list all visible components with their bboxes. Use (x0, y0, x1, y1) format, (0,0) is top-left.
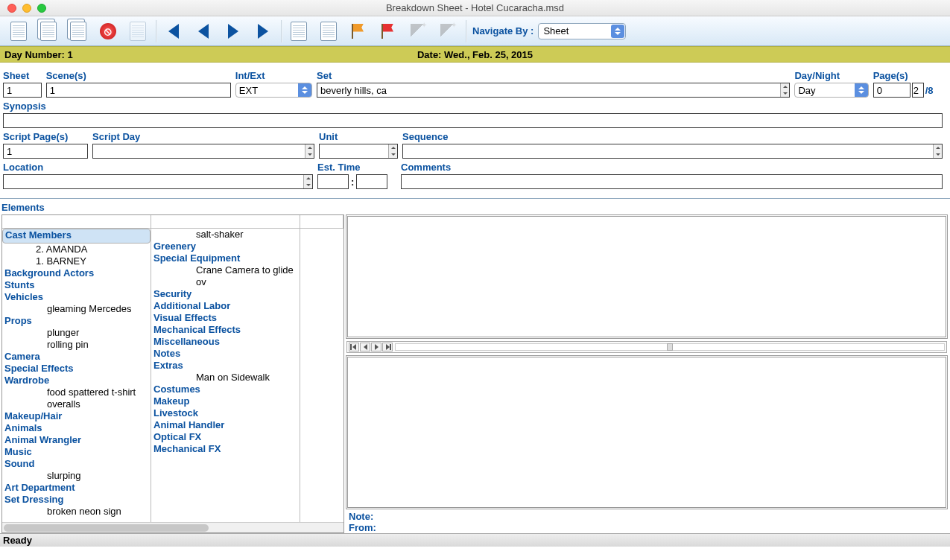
multi-sheet-button[interactable] (64, 19, 92, 44)
nav-next-button[interactable] (371, 343, 381, 351)
element-category[interactable]: Greenery (151, 241, 300, 252)
element-category[interactable]: Costumes (151, 384, 300, 395)
last-button[interactable] (249, 19, 277, 44)
set-input[interactable] (317, 83, 790, 98)
element-category[interactable]: Mechanical FX (151, 443, 300, 455)
stepper-icon[interactable] (305, 144, 314, 158)
pages-frac-input[interactable] (912, 83, 924, 98)
unit-input[interactable] (319, 144, 398, 159)
element-category[interactable]: Set Dressing (2, 494, 151, 506)
element-category[interactable]: Art Department (2, 482, 151, 494)
stepper-icon[interactable] (780, 83, 789, 97)
nav-last-button[interactable] (382, 343, 393, 351)
element-category[interactable]: Special Equipment (151, 252, 300, 264)
stepper-icon[interactable] (388, 144, 397, 158)
delete-sheet-button[interactable]: ⦸ (94, 19, 122, 44)
wand-a-button[interactable] (404, 19, 432, 44)
element-category[interactable]: Livestock (151, 407, 300, 419)
element-category[interactable]: Mechanical Effects (151, 324, 300, 336)
element-category[interactable]: Optical FX (151, 431, 300, 443)
blank-sheet-button[interactable] (124, 19, 152, 44)
stepper-icon[interactable] (303, 175, 312, 188)
daynight-select[interactable]: Day (794, 83, 868, 98)
element-category[interactable]: Miscellaneous (151, 336, 300, 348)
prev-button[interactable] (189, 19, 218, 44)
element-category[interactable]: Makeup (151, 395, 300, 407)
element-item[interactable]: plunger (2, 327, 151, 339)
element-category[interactable]: Music (2, 446, 151, 458)
synopsis-input[interactable] (3, 113, 943, 128)
element-item[interactable]: slurping (2, 470, 151, 482)
est-time-hours-input[interactable] (317, 174, 349, 189)
page-a-button[interactable] (285, 19, 313, 44)
element-category[interactable]: Vehicles (2, 291, 151, 303)
slider-handle[interactable] (667, 343, 673, 351)
lower-area: Cast Members2. AMANDA1. BARNEYBackground… (0, 214, 950, 533)
navigate-by-select[interactable]: Sheet (538, 23, 626, 39)
script-pages-input[interactable] (3, 144, 88, 159)
horizontal-scrollbar[interactable] (2, 522, 343, 532)
notes-box[interactable] (346, 355, 948, 509)
script-pages-label: Script Page(s) (3, 131, 88, 142)
location-label: Location (3, 162, 313, 173)
sheet-input[interactable] (3, 83, 42, 98)
element-item[interactable]: rolling pin (2, 339, 151, 351)
elements-table-header (2, 215, 343, 229)
elements-panel: Cast Members2. AMANDA1. BARNEYBackground… (1, 214, 344, 533)
element-item[interactable]: food spattered t-shirt (2, 386, 151, 398)
pages-input[interactable] (873, 83, 911, 98)
element-category[interactable]: Animals (2, 422, 151, 434)
nav-prev-button[interactable] (360, 343, 370, 351)
element-category[interactable]: Notes (151, 348, 300, 360)
flag-orange-button[interactable] (344, 19, 373, 44)
sequence-input[interactable] (402, 144, 943, 159)
stepper-icon[interactable] (933, 144, 942, 158)
element-category[interactable]: Props (2, 315, 151, 327)
element-item[interactable]: overalls (2, 398, 151, 410)
new-sheet-button[interactable] (4, 19, 33, 44)
element-category[interactable]: Additional Labor (151, 300, 300, 312)
element-category[interactable]: Extras (151, 360, 300, 372)
flag-red-button[interactable] (374, 19, 402, 44)
elements-table[interactable]: Cast Members2. AMANDA1. BARNEYBackground… (2, 229, 343, 533)
element-item[interactable]: 1. BARNEY (2, 255, 151, 267)
scenes-input[interactable] (46, 83, 231, 98)
element-category[interactable]: Special Effects (2, 363, 151, 375)
element-category[interactable]: Animal Handler (151, 419, 300, 431)
element-item[interactable]: 2. AMANDA (2, 244, 151, 255)
sequence-label: Sequence (402, 131, 943, 142)
element-category[interactable]: Sound (2, 458, 151, 470)
element-item[interactable]: gleaming Mercedes (2, 303, 151, 315)
est-time-mins-input[interactable] (356, 174, 387, 189)
comments-input[interactable] (401, 174, 943, 189)
duplicate-sheet-button[interactable] (34, 19, 63, 44)
comments-label: Comments (401, 162, 943, 173)
next-button[interactable] (219, 19, 247, 44)
script-day-label: Script Day (92, 131, 314, 142)
wand-b-button[interactable] (434, 19, 462, 44)
element-category[interactable]: Visual Effects (151, 312, 300, 324)
element-item[interactable]: salt-shaker (151, 229, 300, 241)
toolbar-separator (466, 20, 467, 42)
element-item[interactable]: broken neon sign (2, 506, 151, 518)
element-category[interactable]: Security (151, 288, 300, 300)
element-item[interactable]: Man on Sidewalk (151, 372, 300, 384)
element-category[interactable]: Cast Members (2, 229, 151, 244)
element-category[interactable]: Background Actors (2, 267, 151, 279)
intext-select[interactable]: EXT (235, 83, 312, 98)
nav-first-button[interactable] (349, 343, 359, 351)
element-category[interactable]: Makeup/Hair (2, 410, 151, 422)
synopsis-label: Synopsis (3, 101, 943, 112)
first-button[interactable] (159, 19, 188, 44)
element-category[interactable]: Stunts (2, 279, 151, 291)
location-input[interactable] (3, 174, 313, 189)
element-item[interactable]: Crane Camera to glide ov (151, 264, 300, 288)
element-category[interactable]: Animal Wrangler (2, 434, 151, 446)
nav-slider[interactable] (395, 343, 945, 351)
element-category[interactable]: Wardrobe (2, 375, 151, 386)
page-b-button[interactable] (314, 19, 343, 44)
set-label: Set (317, 70, 790, 81)
element-category[interactable]: Camera (2, 351, 151, 363)
script-day-input[interactable] (92, 144, 314, 159)
flag-orange-icon (352, 24, 365, 39)
